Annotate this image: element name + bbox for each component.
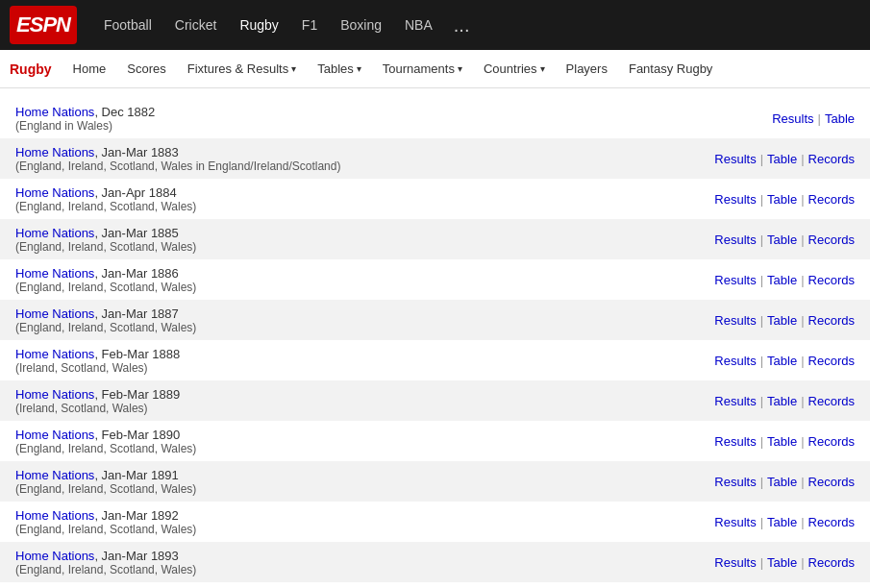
records-link[interactable]: Records <box>808 273 855 287</box>
tournament-name-link[interactable]: Home Nations <box>15 306 94 321</box>
subnav-players[interactable]: Players <box>557 56 617 82</box>
table-link[interactable]: Table <box>767 233 797 247</box>
subnav-fixtures[interactable]: Fixtures & Results <box>178 56 306 82</box>
separator-2: | <box>801 515 804 529</box>
results-link[interactable]: Results <box>714 515 756 529</box>
tournament-name-link[interactable]: Home Nations <box>15 185 94 200</box>
table-link[interactable]: Table <box>767 192 797 207</box>
table-link[interactable]: Table <box>767 394 797 408</box>
subnav-scores[interactable]: Scores <box>117 56 175 82</box>
espn-logo[interactable]: ESPN <box>10 6 77 44</box>
table-link[interactable]: Table <box>767 152 797 166</box>
tournament-name-link[interactable]: Home Nations <box>15 508 94 523</box>
results-link[interactable]: Results <box>714 394 756 408</box>
tournament-row: Home Nations, Jan-Mar 1892(England, Irel… <box>0 502 870 542</box>
tournament-info: Home Nations, Jan-Mar 1886(England, Irel… <box>15 265 714 294</box>
tournament-subtitle: (England, Ireland, Scotland, Wales) <box>15 200 714 213</box>
nav-more-icon[interactable]: ... <box>446 11 478 40</box>
subnav-countries[interactable]: Countries <box>474 56 555 82</box>
tournament-info: Home Nations, Jan-Mar 1883(England, Irel… <box>15 144 714 173</box>
records-link[interactable]: Records <box>808 394 855 408</box>
tournament-links: Results | Table | Records <box>714 475 855 489</box>
tournament-date: , Jan-Mar 1886 <box>94 266 178 281</box>
subnav-fantasy[interactable]: Fantasy Rugby <box>619 56 722 82</box>
tournament-links: Results | Table | Records <box>714 434 855 449</box>
subnav-tables[interactable]: Tables <box>308 56 371 82</box>
records-link[interactable]: Records <box>808 313 855 328</box>
separator-2: | <box>801 394 804 408</box>
tournament-name-link[interactable]: Home Nations <box>15 468 94 482</box>
results-link[interactable]: Results <box>714 273 756 287</box>
table-link[interactable]: Table <box>767 515 797 529</box>
tournament-row: Home Nations, Jan-Mar 1885(England, Irel… <box>0 219 870 259</box>
tournament-name-link[interactable]: Home Nations <box>15 105 94 119</box>
results-link[interactable]: Results <box>714 434 756 449</box>
section-label: Rugby <box>10 61 52 77</box>
espn-logo-text: ESPN <box>16 12 70 37</box>
nav-f1[interactable]: F1 <box>292 12 327 38</box>
separator-1: | <box>760 192 763 207</box>
tournament-subtitle: (Ireland, Scotland, Wales) <box>15 402 714 415</box>
records-link[interactable]: Records <box>808 192 855 207</box>
tournament-date: , Jan-Mar 1887 <box>94 306 178 321</box>
results-link[interactable]: Results <box>714 152 756 166</box>
separator-1: | <box>760 152 763 166</box>
nav-rugby[interactable]: Rugby <box>230 12 287 38</box>
tournament-date: , Dec 1882 <box>94 105 155 119</box>
records-link[interactable]: Records <box>808 515 855 529</box>
separator-1: | <box>760 313 763 328</box>
table-link[interactable]: Table <box>767 555 797 570</box>
tournament-info: Home Nations, Jan-Mar 1887(England, Irel… <box>15 306 714 334</box>
results-link[interactable]: Results <box>714 313 756 328</box>
tournament-date: , Feb-Mar 1889 <box>94 387 180 402</box>
tournament-name-link[interactable]: Home Nations <box>15 387 94 402</box>
tournament-row: Home Nations, Jan-Mar 1886(England, Irel… <box>0 259 870 300</box>
table-link[interactable]: Table <box>767 475 797 489</box>
results-link[interactable]: Results <box>772 111 813 126</box>
results-link[interactable]: Results <box>714 475 756 489</box>
records-link[interactable]: Records <box>808 475 855 489</box>
tournament-date: , Jan-Mar 1883 <box>94 145 178 159</box>
subnav-home[interactable]: Home <box>63 56 116 82</box>
tournament-links: Results | Table | Records <box>714 233 855 247</box>
table-link[interactable]: Table <box>767 434 797 449</box>
separator-2: | <box>801 152 804 166</box>
tournament-date: , Feb-Mar 1888 <box>94 347 180 361</box>
tournament-name-link[interactable]: Home Nations <box>15 347 94 361</box>
tournament-subtitle: (England, Ireland, Scotland, Wales) <box>15 442 714 455</box>
tournament-name-link[interactable]: Home Nations <box>15 428 94 442</box>
tournament-name-link[interactable]: Home Nations <box>15 549 94 563</box>
tournament-name-link[interactable]: Home Nations <box>15 266 94 281</box>
separator-2: | <box>801 475 804 489</box>
table-link[interactable]: Table <box>767 273 797 287</box>
records-link[interactable]: Records <box>808 555 855 570</box>
tournament-row: Home Nations, Jan-Mar 1887(England, Irel… <box>0 300 870 340</box>
records-link[interactable]: Records <box>808 233 855 247</box>
separator-2: | <box>801 273 804 287</box>
tournament-name-link[interactable]: Home Nations <box>15 145 94 159</box>
records-link[interactable]: Records <box>808 152 855 166</box>
records-link[interactable]: Records <box>808 434 855 449</box>
tournament-name-link[interactable]: Home Nations <box>15 226 94 240</box>
nav-nba[interactable]: NBA <box>395 12 442 38</box>
tournament-subtitle: (England, Ireland, Scotland, Wales in En… <box>15 159 714 173</box>
results-link[interactable]: Results <box>714 233 756 247</box>
results-link[interactable]: Results <box>714 555 756 570</box>
results-link[interactable]: Results <box>714 354 756 368</box>
subnav-tournaments[interactable]: Tournaments <box>373 56 472 82</box>
table-link[interactable]: Table <box>767 313 797 328</box>
records-link[interactable]: Records <box>808 354 855 368</box>
table-link[interactable]: Table <box>825 111 855 126</box>
tournament-info: Home Nations, Feb-Mar 1888(Ireland, Scot… <box>15 346 714 375</box>
separator-2: | <box>801 434 804 449</box>
tournament-links: Results | Table | Records <box>714 273 855 287</box>
results-link[interactable]: Results <box>714 192 756 207</box>
tournament-date: , Jan-Mar 1893 <box>94 549 178 563</box>
nav-football[interactable]: Football <box>94 12 162 38</box>
tournament-subtitle: (England, Ireland, Scotland, Wales) <box>15 482 714 496</box>
tournament-date: , Jan-Mar 1891 <box>94 468 178 482</box>
table-link[interactable]: Table <box>767 354 797 368</box>
nav-cricket[interactable]: Cricket <box>165 12 227 38</box>
tournament-subtitle: (England, Ireland, Scotland, Wales) <box>15 281 714 294</box>
nav-boxing[interactable]: Boxing <box>331 12 391 38</box>
